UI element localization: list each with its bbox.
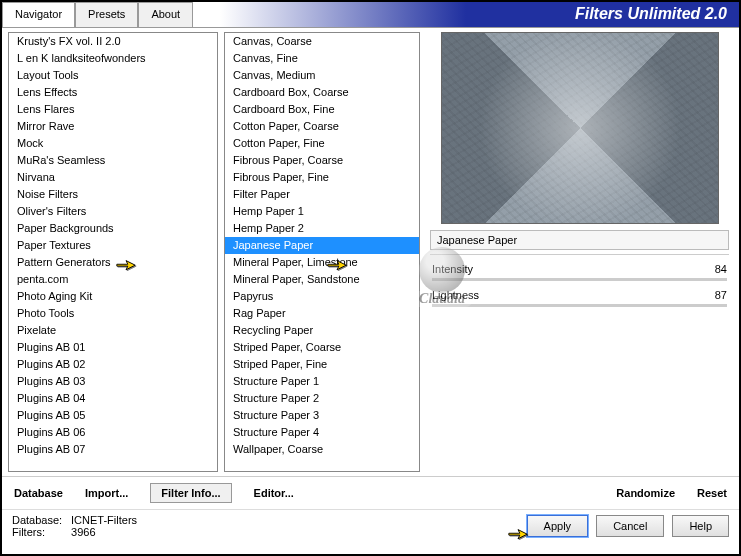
category-item[interactable]: Plugins AB 01 — [9, 339, 217, 356]
filter-item[interactable]: Structure Paper 2 — [225, 390, 419, 407]
category-item[interactable]: Plugins AB 07 — [9, 441, 217, 458]
parameter-row[interactable]: Intensity84 — [432, 261, 727, 277]
help-button[interactable]: Help — [672, 515, 729, 537]
filter-item[interactable]: Filter Paper — [225, 186, 419, 203]
category-item[interactable]: Mirror Rave — [9, 118, 217, 135]
category-item[interactable]: Lens Effects — [9, 84, 217, 101]
category-item[interactable]: Paper Backgrounds — [9, 220, 217, 237]
parameter-value: 84 — [715, 263, 727, 275]
filter-item[interactable]: Cotton Paper, Coarse — [225, 118, 419, 135]
app-title: Filters Unlimited 2.0 — [193, 2, 739, 27]
filter-item[interactable]: Fibrous Paper, Fine — [225, 169, 419, 186]
category-item[interactable]: Plugins AB 02 — [9, 356, 217, 373]
category-item[interactable]: penta.com — [9, 271, 217, 288]
filter-list[interactable]: Canvas, CoarseCanvas, FineCanvas, Medium… — [224, 32, 420, 472]
reset-button[interactable]: Reset — [697, 487, 727, 499]
apply-button[interactable]: Apply — [527, 515, 589, 537]
category-list[interactable]: Krusty's FX vol. II 2.0L en K landksiteo… — [8, 32, 218, 472]
filter-item[interactable]: Canvas, Medium — [225, 67, 419, 84]
filter-item[interactable]: Cardboard Box, Fine — [225, 101, 419, 118]
import-button[interactable]: Import... — [85, 487, 128, 499]
category-item[interactable]: Plugins AB 06 — [9, 424, 217, 441]
filter-item[interactable]: Hemp Paper 2 — [225, 220, 419, 237]
filter-item[interactable]: Striped Paper, Fine — [225, 356, 419, 373]
category-item[interactable]: Mock — [9, 135, 217, 152]
filter-info-button[interactable]: Filter Info... — [150, 483, 231, 503]
category-item[interactable]: Noise Filters — [9, 186, 217, 203]
filter-item[interactable]: Fibrous Paper, Coarse — [225, 152, 419, 169]
filter-item[interactable]: Mineral Paper, Limestone — [225, 254, 419, 271]
randomize-button[interactable]: Randomize — [616, 487, 675, 499]
category-item[interactable]: MuRa's Seamless — [9, 152, 217, 169]
filter-item[interactable]: Structure Paper 3 — [225, 407, 419, 424]
category-item[interactable]: Oliver's Filters — [9, 203, 217, 220]
category-item[interactable]: Plugins AB 04 — [9, 390, 217, 407]
filter-item[interactable]: Recycling Paper — [225, 322, 419, 339]
category-item[interactable]: Photo Aging Kit — [9, 288, 217, 305]
category-item[interactable]: Pattern Generators — [9, 254, 217, 271]
tab-bar: Navigator Presets About — [2, 2, 193, 27]
category-item[interactable]: Plugins AB 03 — [9, 373, 217, 390]
parameter-label: Intensity — [432, 263, 473, 275]
parameter-label: Lightness — [432, 289, 479, 301]
filter-item[interactable]: Mineral Paper, Sandstone — [225, 271, 419, 288]
category-item[interactable]: Plugins AB 05 — [9, 407, 217, 424]
filter-item[interactable]: Striped Paper, Coarse — [225, 339, 419, 356]
filter-item[interactable]: Cardboard Box, Coarse — [225, 84, 419, 101]
preview-image — [441, 32, 719, 224]
category-item[interactable]: Krusty's FX vol. II 2.0 — [9, 33, 217, 50]
filter-item[interactable]: Hemp Paper 1 — [225, 203, 419, 220]
filter-item[interactable]: Papyrus — [225, 288, 419, 305]
parameter-panel: Intensity84Lightness87 — [426, 257, 733, 317]
selected-filter-name: Japanese Paper — [430, 230, 729, 250]
category-item[interactable]: Nirvana — [9, 169, 217, 186]
database-info: Database: ICNET-Filters Filters: 3966 — [12, 514, 137, 538]
tab-presets[interactable]: Presets — [75, 2, 138, 27]
filter-item[interactable]: Canvas, Fine — [225, 50, 419, 67]
parameter-value: 87 — [715, 289, 727, 301]
database-button[interactable]: Database — [14, 487, 63, 499]
category-item[interactable]: Layout Tools — [9, 67, 217, 84]
filter-item[interactable]: Structure Paper 4 — [225, 424, 419, 441]
parameter-row[interactable]: Lightness87 — [432, 287, 727, 303]
filter-item[interactable]: Japanese Paper — [225, 237, 419, 254]
category-item[interactable]: Paper Textures — [9, 237, 217, 254]
filter-item[interactable]: Canvas, Coarse — [225, 33, 419, 50]
category-item[interactable]: Pixelate — [9, 322, 217, 339]
category-item[interactable]: L en K landksiteofwonders — [9, 50, 217, 67]
filter-item[interactable]: Cotton Paper, Fine — [225, 135, 419, 152]
parameter-slider[interactable] — [432, 304, 727, 307]
filter-item[interactable]: Structure Paper 1 — [225, 373, 419, 390]
parameter-slider[interactable] — [432, 278, 727, 281]
cancel-button[interactable]: Cancel — [596, 515, 664, 537]
tab-navigator[interactable]: Navigator — [2, 2, 75, 27]
filter-item[interactable]: Wallpaper, Coarse — [225, 441, 419, 458]
editor-button[interactable]: Editor... — [254, 487, 294, 499]
category-item[interactable]: Lens Flares — [9, 101, 217, 118]
tab-about[interactable]: About — [138, 2, 193, 27]
category-item[interactable]: Photo Tools — [9, 305, 217, 322]
filter-item[interactable]: Rag Paper — [225, 305, 419, 322]
